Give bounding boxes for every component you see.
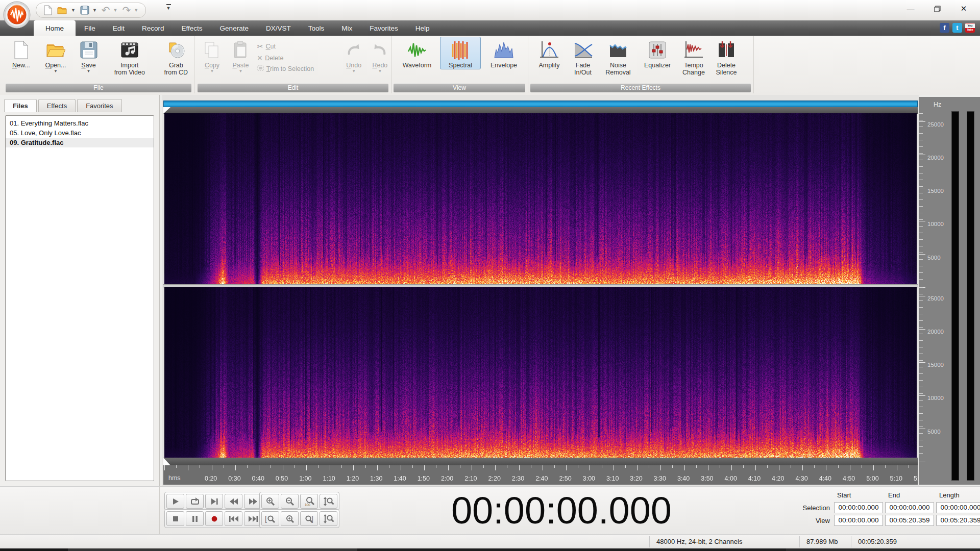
file-list-item[interactable]: 01. Everything Matters.flac — [6, 118, 154, 128]
tab-file[interactable]: File — [76, 20, 104, 36]
zoom-out-icon[interactable] — [281, 494, 299, 509]
go-to-start-button[interactable] — [225, 511, 242, 526]
play-to-end-button[interactable] — [205, 494, 223, 509]
zoom-vertical-fit-icon[interactable] — [320, 511, 337, 526]
amplify-button[interactable]: Amplify — [533, 37, 566, 69]
time-ruler-label: 4:40 — [814, 475, 837, 482]
column-header-end: End — [885, 491, 934, 499]
new-button[interactable]: New... — [7, 37, 35, 69]
side-panel: Files Effects Favorites 01. Everything M… — [0, 95, 160, 486]
spectral-view-button[interactable]: Spectral — [440, 37, 481, 69]
tab-effects[interactable]: Effects — [173, 20, 211, 36]
view-start-field[interactable]: 00:00:00.000 — [834, 515, 883, 526]
zoom-row-2: [ ] — [259, 509, 339, 528]
cut-icon: ✂ — [257, 42, 263, 51]
selection-start-field[interactable]: 00:00:00.000 — [834, 502, 883, 513]
tab-record[interactable]: Record — [133, 20, 173, 36]
panel-tab-favorites[interactable]: Favorites — [77, 99, 121, 112]
restore-button[interactable] — [924, 0, 950, 17]
grab-from-cd-button[interactable]: Grabfrom CD — [158, 37, 194, 76]
save-icon[interactable] — [80, 6, 89, 15]
tab-dxvst[interactable]: DX/VST — [257, 20, 300, 36]
zoom-vertical-icon[interactable] — [320, 494, 337, 509]
pause-button[interactable] — [186, 511, 204, 526]
fade-in-out-button[interactable]: FadeIn/Out — [569, 37, 597, 76]
duration-status: 00:05:20.359 — [858, 538, 897, 545]
time-ruler[interactable]: hms 0:200:300:400:501:001:101:201:301:40… — [163, 465, 918, 485]
minimize-button[interactable]: — — [897, 0, 924, 17]
zoom-out-full-icon[interactable]: ] — [300, 511, 318, 526]
panel-tab-files[interactable]: Files — [4, 99, 37, 112]
zoom-in-icon[interactable] — [261, 494, 279, 509]
stop-button[interactable] — [166, 511, 184, 526]
envelope-view-button[interactable]: Envelope — [484, 37, 524, 69]
time-ruler-label: 2:50 — [553, 475, 577, 482]
ribbon-group-file: New... Open... ▼ Save ▼ Importfrom Video — [3, 36, 194, 93]
freq-major-ticks-ch2 — [919, 296, 925, 464]
panel-tab-effects[interactable]: Effects — [38, 99, 76, 112]
record-button[interactable] — [205, 511, 223, 526]
open-file-icon[interactable] — [57, 6, 68, 15]
open-dropdown-icon[interactable]: ▼ — [71, 8, 76, 13]
tab-home[interactable]: Home — [34, 20, 76, 36]
toolbar-customize-icon[interactable]: ▼ — [164, 4, 173, 11]
open-button[interactable]: Open... ▼ — [40, 37, 71, 73]
frequency-label: 10000 — [927, 221, 944, 227]
view-end-field[interactable]: 00:05:20.359 — [885, 515, 934, 526]
tab-edit[interactable]: Edit — [104, 20, 133, 36]
close-button[interactable]: ✕ — [950, 0, 977, 17]
selection-length-field[interactable]: 00:00:00.000 — [936, 502, 980, 513]
time-ruler-label: 3:30 — [648, 475, 672, 482]
delete-silence-button[interactable]: DeleteSilence — [712, 37, 741, 76]
noise-removal-button[interactable]: NoiseRemoval — [600, 37, 636, 76]
paste-icon — [228, 40, 253, 60]
loop-play-button[interactable] — [186, 494, 204, 509]
time-ruler-label: 4:50 — [837, 475, 861, 482]
save-dropdown-icon[interactable]: ▼ — [92, 8, 97, 13]
file-list-item[interactable]: 05. Love, Only Love.flac — [6, 128, 154, 138]
play-button[interactable] — [166, 494, 184, 509]
time-ruler-label: 0:40 — [247, 475, 270, 482]
save-dropdown-icon[interactable]: ▼ — [76, 69, 101, 73]
zoom-in-full-icon[interactable] — [281, 511, 299, 526]
view-row-label: View — [792, 517, 832, 524]
view-length-field[interactable]: 00:05:20.359 — [936, 515, 980, 526]
save-button[interactable]: Save ▼ — [76, 37, 101, 73]
twitter-icon[interactable]: t — [952, 23, 962, 33]
tab-tools[interactable]: Tools — [300, 20, 333, 36]
horizontal-scrollbar[interactable] — [163, 101, 918, 108]
svg-text:]: ] — [311, 515, 313, 523]
tab-generate[interactable]: Generate — [211, 20, 257, 36]
time-ruler-label: 2:00 — [435, 475, 459, 482]
tab-help[interactable]: Help — [407, 20, 438, 36]
time-ruler-label: 3:10 — [601, 475, 624, 482]
rewind-button[interactable] — [225, 494, 242, 509]
tab-favorites[interactable]: Favorites — [361, 20, 407, 36]
ribbon-group-view: Waveform Spectral Envelope View — [391, 36, 528, 93]
playhead-marker-bottom[interactable] — [163, 458, 170, 465]
facebook-icon[interactable]: f — [940, 23, 949, 33]
selection-row-label: Selection — [792, 504, 832, 512]
youtube-icon[interactable]: YouTube — [965, 23, 975, 33]
time-ruler-label: 4:30 — [790, 475, 813, 482]
tempo-change-button[interactable]: TempoChange — [679, 37, 708, 76]
selection-strip-bottom[interactable] — [163, 458, 918, 465]
tab-mix[interactable]: Mix — [333, 20, 361, 36]
time-ruler-label: 1:00 — [293, 475, 317, 482]
freq-major-ticks-ch1 — [919, 121, 925, 292]
zoom-100-icon[interactable]: 100 — [300, 494, 318, 509]
spectrogram-channel-1[interactable] — [164, 113, 917, 284]
frequency-label: 20000 — [927, 155, 944, 161]
app-logo[interactable] — [3, 1, 31, 29]
new-file-icon[interactable] — [43, 5, 53, 15]
spectrogram-channel-2[interactable] — [164, 287, 917, 458]
open-dropdown-icon[interactable]: ▼ — [40, 69, 71, 73]
title-bar: ▼ ▼ ↶ ▼ ↷ ▼ ▼ — ✕ — [0, 0, 980, 21]
waveform-view-button[interactable]: Waveform — [397, 37, 437, 69]
zoom-selection-icon[interactable]: [ — [261, 511, 279, 526]
equalizer-button[interactable]: Equalizer — [639, 37, 676, 69]
file-list-item[interactable]: 09. Gratitude.flac — [6, 138, 154, 147]
audio-format-status: 48000 Hz, 24-bit, 2 Channels — [656, 538, 742, 545]
selection-end-field[interactable]: 00:00:00.000 — [885, 502, 934, 513]
import-from-video-button[interactable]: Importfrom Video — [106, 37, 153, 76]
